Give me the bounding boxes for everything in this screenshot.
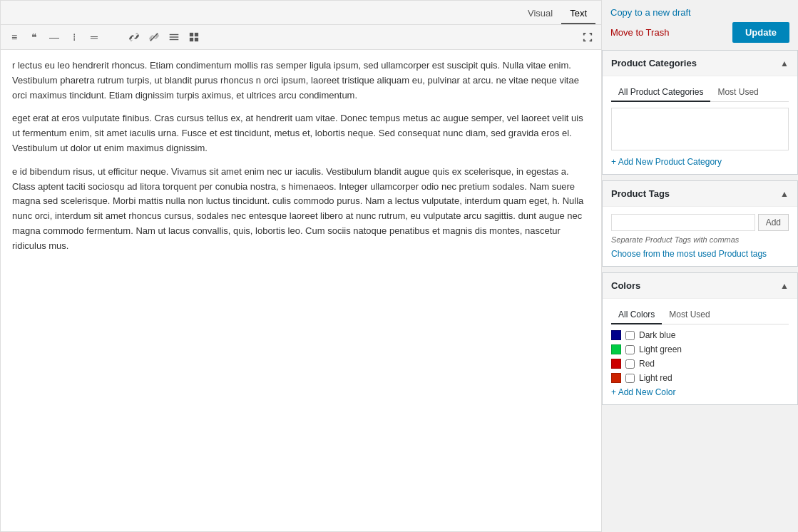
align-center-icon[interactable]: ═ bbox=[85, 28, 103, 46]
panel-collapse-icon: ▲ bbox=[780, 58, 789, 68]
colors-tab-row: All Colors Most Used bbox=[611, 306, 789, 324]
choose-most-used-tags-link[interactable]: Choose from the most used Product tags bbox=[611, 249, 767, 259]
category-list-area bbox=[611, 108, 789, 150]
move-trash-link[interactable]: Move to Trash bbox=[610, 27, 669, 38]
tags-panel-collapse-icon: ▲ bbox=[780, 189, 789, 199]
product-categories-title: Product Categories bbox=[611, 58, 697, 68]
colors-panel-collapse-icon: ▲ bbox=[780, 281, 789, 291]
product-tags-panel: Product Tags ▲ Add Separate Product Tags… bbox=[602, 180, 798, 267]
editor-paragraph-1: r lectus eu leo hendrerit rhoncus. Etiam… bbox=[12, 58, 590, 103]
editor-content[interactable]: r lectus eu leo hendrerit rhoncus. Etiam… bbox=[1, 50, 601, 531]
tags-input-row: Add bbox=[611, 214, 789, 231]
sidebar-actions-row: Move to Trash Update bbox=[610, 22, 789, 43]
add-new-category-link[interactable]: + Add New Product Category bbox=[611, 157, 722, 167]
tags-input[interactable] bbox=[611, 214, 755, 231]
color-checkbox[interactable] bbox=[625, 331, 635, 340]
color-swatch bbox=[611, 330, 621, 340]
product-categories-panel: Product Categories ▲ All Product Categor… bbox=[602, 50, 798, 175]
tab-most-used-categories[interactable]: Most Used bbox=[710, 83, 765, 102]
tab-text[interactable]: Text bbox=[561, 4, 595, 24]
svg-rect-7 bbox=[195, 38, 198, 41]
svg-rect-1 bbox=[170, 34, 179, 35]
colors-header[interactable]: Colors ▲ bbox=[603, 273, 797, 299]
quote-icon[interactable]: ❝ bbox=[25, 28, 44, 46]
color-label: Dark blue bbox=[639, 330, 675, 340]
fullscreen-icon[interactable] bbox=[578, 28, 597, 46]
color-row: Red bbox=[611, 359, 789, 369]
product-categories-body: All Product Categories Most Used + Add N… bbox=[603, 76, 797, 174]
product-tags-header[interactable]: Product Tags ▲ bbox=[603, 181, 797, 207]
color-checkbox[interactable] bbox=[625, 374, 635, 383]
svg-rect-2 bbox=[170, 36, 179, 37]
color-checkbox[interactable] bbox=[625, 345, 635, 354]
list-icon[interactable]: ≡ bbox=[5, 28, 24, 46]
tab-most-used-colors[interactable]: Most Used bbox=[662, 306, 717, 324]
update-button[interactable]: Update bbox=[732, 22, 789, 43]
editor-tab-bar: Visual Text bbox=[1, 1, 601, 25]
grid-icon[interactable] bbox=[185, 28, 203, 46]
tags-add-button[interactable]: Add bbox=[758, 214, 789, 231]
product-categories-header[interactable]: Product Categories ▲ bbox=[603, 51, 797, 76]
editor-paragraph-3: e id bibendum risus, ut efficitur neque.… bbox=[12, 165, 590, 254]
color-row: Dark blue bbox=[611, 330, 789, 340]
color-swatch bbox=[611, 359, 621, 369]
color-checkbox[interactable] bbox=[625, 359, 635, 369]
align-right-icon[interactable]: ⁠ bbox=[105, 28, 123, 46]
svg-rect-6 bbox=[190, 38, 193, 41]
color-row: Light green bbox=[611, 344, 789, 354]
unlink-icon[interactable] bbox=[145, 28, 163, 46]
sidebar-top-actions: Copy to a new draft Move to Trash Update bbox=[602, 0, 798, 50]
add-new-color-link[interactable]: + Add New Color bbox=[611, 387, 789, 397]
svg-rect-3 bbox=[170, 39, 179, 40]
tab-visual[interactable]: Visual bbox=[519, 4, 561, 24]
svg-rect-4 bbox=[190, 33, 193, 36]
colors-title: Colors bbox=[611, 280, 640, 291]
copy-draft-link[interactable]: Copy to a new draft bbox=[610, 7, 789, 18]
colors-list: Dark blueLight greenRedLight red bbox=[611, 330, 789, 383]
colors-body: All Colors Most Used Dark blueLight gree… bbox=[603, 299, 797, 404]
color-swatch bbox=[611, 344, 621, 354]
svg-rect-5 bbox=[195, 33, 198, 36]
dash-icon[interactable]: — bbox=[45, 28, 63, 46]
sidebar: Copy to a new draft Move to Trash Update… bbox=[602, 0, 798, 532]
colors-panel: Colors ▲ All Colors Most Used Dark blueL… bbox=[602, 272, 798, 405]
categories-tab-row: All Product Categories Most Used bbox=[611, 83, 789, 102]
color-swatch bbox=[611, 373, 621, 383]
product-tags-body: Add Separate Product Tags with commas Ch… bbox=[603, 207, 797, 266]
product-tags-title: Product Tags bbox=[611, 188, 670, 199]
color-label: Light green bbox=[639, 344, 682, 354]
align-left-icon[interactable]: ⁞ bbox=[65, 28, 83, 46]
color-row: Light red bbox=[611, 373, 789, 383]
link-icon[interactable] bbox=[125, 28, 143, 46]
editor-paragraph-2: eget erat at eros vulputate finibus. Cra… bbox=[12, 111, 590, 155]
editor-area: Visual Text ≡ ❝ — ⁞ ═ ⁠ r lectus eu leo … bbox=[0, 0, 602, 532]
tab-all-colors[interactable]: All Colors bbox=[611, 306, 662, 324]
tags-hint-text: Separate Product Tags with commas bbox=[611, 235, 789, 244]
tab-all-product-categories[interactable]: All Product Categories bbox=[611, 83, 710, 102]
more-icon[interactable] bbox=[165, 28, 183, 46]
color-label: Red bbox=[639, 359, 655, 369]
editor-toolbar: ≡ ❝ — ⁞ ═ ⁠ bbox=[1, 25, 601, 50]
color-label: Light red bbox=[639, 373, 672, 383]
